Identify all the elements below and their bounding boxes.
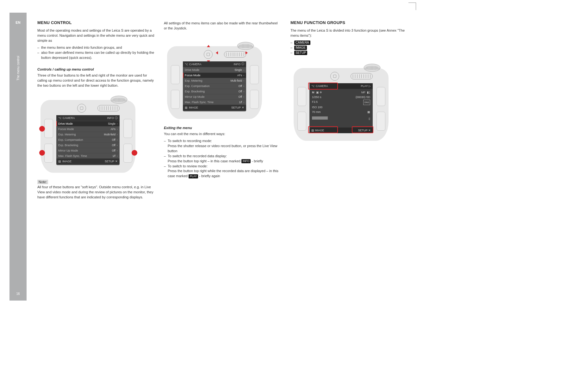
soft-button-top-left (297, 87, 306, 106)
exit3-post: - briefly again (198, 174, 220, 178)
shots-value: (00030) SD (356, 95, 370, 100)
note-text: All four of these buttons are "soft keys… (37, 185, 155, 200)
focal-value: 70 mm (312, 110, 321, 115)
exit2-head: To switch to the recorded data display: (168, 154, 227, 158)
sidebar-lang: EN (16, 21, 20, 24)
menu-row: Max. Flash Sync. Time1/f › (56, 153, 120, 159)
monitor-screen-2: ⌥CAMERA INFOⓘ Drive ModeSingle ›Focus Mo… (183, 61, 246, 111)
camera-pill: CAMERA (294, 40, 310, 45)
monitor-footer: ▧IMAGE SETUP✕ (183, 105, 246, 110)
menu-row: Exp. MeteringMulti-field › (183, 78, 246, 83)
bullet-2: also five user-defined menu items can be… (37, 50, 155, 60)
soft-button-top-right (123, 119, 132, 138)
arrow-up-icon (207, 45, 210, 47)
menu-row: Exp. CompensationOff › (56, 137, 120, 142)
mf-label: MF (361, 91, 365, 94)
menu-row: Focus ModeAFs › (56, 126, 120, 132)
aperture-value: F2.5 (312, 100, 318, 105)
exit3-pre: Press the button top right while the rec… (168, 169, 278, 178)
arrow-left-icon (216, 51, 218, 54)
menu-row: Mirror Up ModeOff › (56, 148, 120, 153)
exit1-body: Press the shutter release or video recor… (168, 144, 277, 153)
exit2-pre: Press the button top right – in this cas… (168, 159, 241, 163)
subheading-controls: Controls / calling up menu control (37, 67, 155, 71)
camera-icon: ⌥ (185, 63, 188, 66)
menu-row: Exp. BracketingOff › (56, 142, 120, 148)
menu-row: Max. Flash Sync. Time1/f › (183, 99, 246, 105)
heading-menu-control: MENU CONTROL (37, 20, 155, 25)
sidebar: EN The menu control 16 (9, 13, 27, 301)
thumbwheel-icon (97, 105, 120, 111)
metering-icon: ▣ (316, 91, 319, 94)
top-dial-icon (237, 41, 254, 51)
exit-item-1: To switch to recording mode: Press the s… (164, 139, 282, 154)
info-icon: ⓘ (115, 116, 118, 120)
footer-image-label: IMAGE (189, 106, 198, 109)
header-info-label: INFO (234, 63, 241, 66)
image-icon: ▧ (58, 160, 61, 163)
group-setup: SETUP (290, 50, 408, 55)
soft-button-top-right (377, 87, 385, 106)
battery-icon: ▮▯ (367, 91, 370, 94)
header-play-label: PLAY (361, 84, 368, 88)
footer-setup-label: SETUP (105, 160, 114, 163)
controls-text: Three of the four buttons to the left an… (37, 73, 155, 88)
column-1: MENU CONTROL Most of the operating modes… (37, 20, 155, 294)
group-camera: CAMERA (290, 40, 408, 45)
heading-function-groups: MENU FUNCTION GROUPS (290, 20, 408, 25)
intro-text: Most of the operating modes and settings… (37, 28, 155, 43)
monitor-header: ⌥CAMERA INFOⓘ (56, 115, 120, 121)
top-dial-icon (363, 63, 381, 72)
highlight-dot-icon (132, 150, 137, 156)
color-profile-icon: ▦ (367, 110, 370, 115)
soft-button-bottom-right (250, 90, 259, 109)
column-3: MENU FUNCTION GROUPS The menu of the Lei… (290, 20, 408, 294)
soft-button-bottom-left (171, 90, 180, 109)
manual-page: EN The menu control 16 MENU CONTROL Most… (9, 13, 414, 301)
exit-list: To switch to recording mode: Press the s… (164, 139, 282, 179)
shutter-value: 1/250 s (312, 95, 321, 100)
menu-row: Focus ModeAFs › (183, 72, 246, 78)
dng-badge: DNG (363, 100, 370, 105)
highlight-box-setup (352, 126, 373, 133)
camera-illustration-1: ⌥CAMERA INFOⓘ Drive ModeSingle ›Focus Mo… (37, 90, 139, 173)
highlight-box-camera (308, 83, 338, 90)
camera-illustration-2: ⌥CAMERA INFOⓘ Drive ModeSingle ›Focus Mo… (164, 37, 265, 119)
exit-intro: You can exit the menu in different ways: (164, 132, 282, 137)
image-icon: ▧ (185, 106, 188, 109)
groups-list: CAMERA IMAGE SETUP (290, 40, 408, 55)
sidebar-section-label: The menu control (16, 56, 20, 81)
image-pill: IMAGE (294, 46, 307, 50)
info-pill: INFO (241, 159, 251, 163)
header-camera-label: CAMERA (189, 63, 202, 66)
soft-button-bottom-left (44, 144, 53, 163)
exit-item-2: To switch to the recorded data display: … (164, 154, 282, 164)
column-2: All settings of the menu items can also … (164, 20, 282, 294)
soft-button-bottom-right (377, 112, 385, 131)
content-columns: MENU CONTROL Most of the operating modes… (37, 20, 408, 294)
crop-mark (408, 3, 416, 10)
menu-row: Exp. BracketingOff › (183, 89, 246, 94)
setup-pill: SETUP (294, 51, 307, 55)
card-icon: ▯ (369, 116, 370, 121)
exit-item-3: To switch to review mode: Press the butt… (164, 164, 282, 179)
footer-setup-label: SETUP (231, 106, 241, 109)
thumbwheel-icon (224, 51, 246, 58)
bullet-1: the menu items are divided into function… (37, 45, 155, 50)
play-icon: ▷ (369, 84, 371, 88)
monitor-screen-1: ⌥CAMERA INFOⓘ Drive ModeSingle ›Focus Mo… (56, 115, 120, 165)
setup-icon: ✕ (242, 106, 244, 109)
soft-button-top-left (171, 65, 180, 84)
menu-row: Drive ModeSingle › (56, 121, 120, 126)
camera-icon: ⌥ (58, 116, 61, 120)
joystick-arrows (200, 46, 216, 62)
col2-intro: All settings of the menu items can also … (164, 21, 282, 31)
menu-row: Mirror Up ModeOff › (183, 94, 246, 99)
monitor-footer: ▧IMAGE SETUP✕ (56, 159, 120, 164)
groups-intro: The menu of the Leica S is divided into … (290, 28, 408, 38)
header-camera-label: CAMERA (63, 116, 75, 120)
footer-image-label: IMAGE (62, 160, 72, 163)
wb-icon: ✲ (320, 91, 322, 94)
histogram-icon (312, 116, 328, 120)
camera-illustration-3: ⌥CAMERA PLAY ▷ M ▣ ✲MF ▮▯ 1/250 s(00030)… (290, 59, 392, 141)
